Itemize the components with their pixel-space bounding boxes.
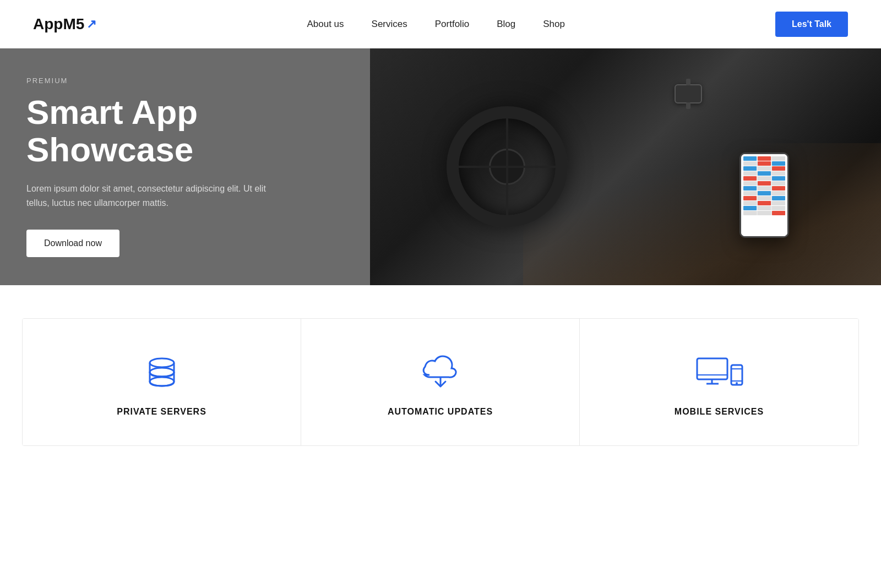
logo-text: AppM5 [33,15,84,33]
feature-card-mobile-services: MOBILE SERVICES [580,319,858,445]
svg-rect-8 [731,365,742,385]
phone-screen [741,154,787,236]
hero-section: PREMIUM Smart App Showcase Lorem ipsum d… [0,48,881,285]
nav-links: About us Services Portfolio Blog Shop [307,19,564,30]
svg-point-0 [150,358,174,367]
hero-title: Smart App Showcase [26,94,344,168]
phone-decoration [739,153,789,238]
features-section: PRIVATE SERVERS AUTOMATIC UPDATES [0,285,881,468]
download-now-button[interactable]: Download now [26,230,119,257]
hero-premium-label: PREMIUM [26,77,344,85]
hero-description: Lorem ipsum dolor sit amet, consectetur … [26,182,269,210]
database-icon [143,353,181,391]
svg-point-2 [150,377,174,386]
hero-image [370,48,881,285]
feature-card-private-servers: PRIVATE SERVERS [23,319,301,445]
hands-overlay [523,143,881,285]
nav-link-blog[interactable]: Blog [497,19,515,29]
logo-arrow-icon: ↗ [86,17,96,31]
watch-decoration [675,84,702,104]
svg-point-11 [736,382,738,384]
feature-card-automatic-updates: AUTOMATIC UPDATES [301,319,580,445]
features-grid: PRIVATE SERVERS AUTOMATIC UPDATES [22,318,859,446]
nav-link-portfolio[interactable]: Portfolio [435,19,469,29]
feature-title-automatic-updates: AUTOMATIC UPDATES [388,406,493,418]
logo[interactable]: AppM5 ↗ [33,15,96,33]
svg-rect-4 [697,358,727,379]
hero-bg [370,48,881,285]
steering-spokes [458,166,557,168]
feature-title-private-servers: PRIVATE SERVERS [117,407,206,417]
nav-link-about[interactable]: About us [307,19,344,29]
svg-point-1 [150,368,174,377]
nav-link-shop[interactable]: Shop [543,19,565,29]
hero-content: PREMIUM Smart App Showcase Lorem ipsum d… [0,48,370,285]
feature-title-mobile-services: MOBILE SERVICES [675,407,764,417]
devices-icon [694,353,744,391]
cloud-download-icon [418,352,463,390]
main-nav: AppM5 ↗ About us Services Portfolio Blog… [0,0,881,48]
lets-talk-button[interactable]: Les't Talk [775,12,848,37]
nav-link-services[interactable]: Services [372,19,407,29]
